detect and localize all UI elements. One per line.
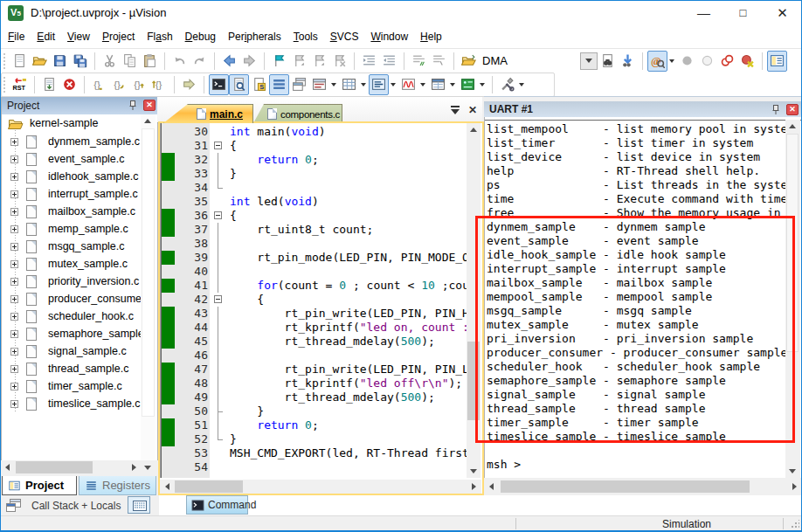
toolbox-dropdown-icon[interactable]	[517, 74, 525, 95]
fold-collapse-icon[interactable]	[214, 211, 222, 219]
system-viewer-dropdown-icon[interactable]	[448, 74, 456, 95]
menu-peripherals[interactable]: Peripherals	[228, 31, 281, 43]
stop-icon[interactable]	[59, 74, 80, 95]
paste-icon[interactable]	[140, 51, 160, 72]
menu-project[interactable]: Project	[102, 31, 135, 43]
bookmark-prev-icon[interactable]	[289, 51, 309, 72]
menu-flash[interactable]: Flash	[147, 31, 172, 43]
expand-icon[interactable]	[10, 190, 18, 198]
tree-item-dynmem_sample-c[interactable]: dynmem_sample.c	[2, 134, 157, 151]
uncomment-icon[interactable]	[429, 51, 449, 72]
manage-layout-icon[interactable]	[767, 51, 787, 72]
expand-icon[interactable]	[10, 243, 18, 251]
expand-icon[interactable]	[10, 400, 18, 408]
pin-icon[interactable]	[127, 100, 139, 112]
close-button[interactable]: ✕	[763, 0, 802, 25]
redo-icon[interactable]	[190, 51, 210, 72]
menu-svcs[interactable]: SVCS	[330, 31, 359, 43]
combobox-dropdown-icon[interactable]	[580, 52, 598, 70]
tab-list-icon[interactable]	[451, 106, 460, 107]
analysis-windows-dropdown-icon[interactable]	[418, 74, 426, 95]
uart-hscrollbar[interactable]	[485, 480, 801, 494]
indent-icon[interactable]	[359, 51, 379, 72]
debug-restore-views-icon[interactable]	[458, 74, 478, 95]
toolbox-icon[interactable]	[497, 74, 517, 95]
fold-collapse-icon[interactable]	[214, 295, 222, 303]
save-all-icon[interactable]	[70, 51, 90, 72]
code-editor[interactable]: 3031323334353637383940414243444546474849…	[162, 123, 467, 478]
show-next-statement-icon[interactable]	[179, 74, 199, 95]
symbols-window-icon[interactable]: S	[249, 74, 269, 95]
bookmark-clear-icon[interactable]	[329, 51, 349, 72]
project-hscrollbar[interactable]	[1, 460, 141, 474]
tab-list-arrow-icon[interactable]	[451, 109, 460, 114]
navigate-forward-icon[interactable]	[239, 51, 259, 72]
watch-windows-icon[interactable]	[309, 74, 329, 95]
expand-icon[interactable]	[10, 383, 18, 390]
tree-root-kernel-sample[interactable]: kernel-sample	[2, 115, 157, 133]
expand-icon[interactable]	[10, 295, 18, 303]
project-scroll-corner[interactable]	[141, 460, 156, 474]
menu-edit[interactable]: Edit	[37, 31, 55, 43]
menu-help[interactable]: Help	[420, 31, 442, 43]
memory-windows-icon[interactable]	[339, 74, 359, 95]
expand-icon[interactable]	[10, 348, 18, 356]
editor-tab-components[interactable]: components.c	[253, 104, 342, 123]
pin-icon[interactable]	[770, 104, 782, 116]
tree-item-scheduler_hook-c[interactable]: scheduler_hook.c	[2, 308, 157, 326]
memory-windows-dropdown-icon[interactable]	[359, 74, 367, 95]
menu-tools[interactable]: Tools	[294, 31, 318, 43]
save-icon[interactable]	[50, 51, 70, 72]
bookmark-toggle-icon[interactable]	[269, 51, 289, 72]
editor-hscrollbar[interactable]	[160, 480, 481, 494]
menu-file[interactable]: File	[8, 31, 24, 43]
project-close-icon[interactable]: ✕	[143, 100, 156, 111]
undo-icon[interactable]	[169, 51, 190, 72]
copy-icon[interactable]	[120, 51, 140, 72]
expand-icon[interactable]	[10, 208, 18, 216]
menu-window[interactable]: Window	[370, 31, 408, 43]
tree-item-timeslice_sample-c[interactable]: timeslice_sample.c	[2, 396, 157, 413]
find-symbol-icon[interactable]: @	[647, 51, 667, 72]
bp-toggle-icon[interactable]	[677, 51, 697, 72]
tree-item-semaphore_sample-c[interactable]: semaphore_sample.c	[2, 326, 157, 343]
tree-item-thread_sample-c[interactable]: thread_sample.c	[2, 361, 157, 378]
tree-item-timer_sample-c[interactable]: timer_sample.c	[2, 378, 157, 396]
debug-restore-views-dropdown-icon[interactable]	[478, 74, 486, 95]
fold-collapse-icon[interactable]	[214, 142, 222, 149]
tree-item-msgq_sample-c[interactable]: msgq_sample.c	[2, 238, 157, 256]
analysis-windows-icon[interactable]	[398, 74, 418, 95]
project-vscrollbar[interactable]	[141, 114, 156, 460]
tree-item-priority_inversion-c[interactable]: priority_inversion.c	[2, 273, 157, 291]
uart-close-icon[interactable]: ✕	[786, 104, 799, 115]
find-in-files-icon[interactable]	[598, 51, 618, 72]
tree-item-mailbox_sample-c[interactable]: mailbox_sample.c	[2, 204, 157, 221]
bookmark-next-icon[interactable]	[309, 51, 329, 72]
expand-icon[interactable]	[10, 138, 18, 146]
expand-icon[interactable]	[10, 225, 18, 233]
editor-fold-margin[interactable]	[211, 123, 225, 478]
outdent-icon[interactable]	[379, 51, 399, 72]
tab-command[interactable]: Command	[186, 495, 248, 515]
tree-item-event_sample-c[interactable]: event_sample.c	[2, 151, 157, 169]
minimize-button[interactable]: —	[684, 0, 723, 25]
new-file-icon[interactable]	[10, 51, 30, 72]
tree-item-producer_consumer-c[interactable]: producer_consumer.c	[2, 291, 157, 308]
watch-windows-dropdown-icon[interactable]	[329, 74, 337, 95]
expand-icon[interactable]	[10, 173, 18, 181]
menu-view[interactable]: View	[67, 31, 90, 43]
step-over-icon[interactable]: {}	[109, 74, 129, 95]
registers-window-icon[interactable]	[269, 74, 289, 95]
editor-close-icon[interactable]: ✕	[468, 104, 477, 116]
reset-cpu-icon[interactable]: RST	[10, 74, 30, 95]
keyboard-button[interactable]	[128, 496, 150, 514]
expand-icon[interactable]	[10, 365, 18, 373]
expand-icon[interactable]	[10, 278, 18, 286]
find-symbol-dropdown-icon[interactable]	[667, 51, 675, 72]
bp-disable-icon[interactable]	[717, 51, 737, 72]
comment-icon[interactable]	[409, 51, 429, 72]
serial-windows-dropdown-icon[interactable]	[389, 74, 397, 95]
cut-icon[interactable]	[100, 51, 120, 72]
system-viewer-icon[interactable]	[428, 74, 448, 95]
incremental-find-icon[interactable]	[618, 51, 638, 72]
